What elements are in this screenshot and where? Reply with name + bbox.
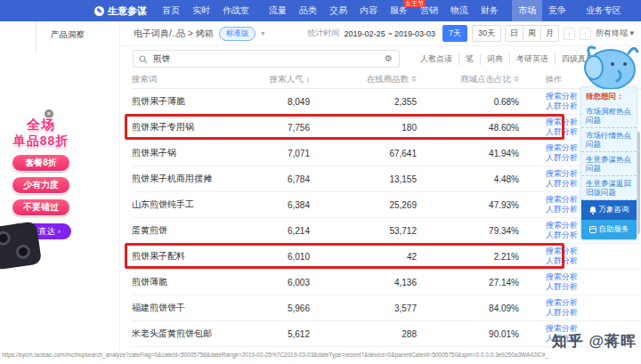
search-term-cell[interactable]: 煎饼果子配料 xyxy=(132,250,247,263)
filter-band: 电子词典/..品 > 烤箱 标准版 ▾ 统计时间 2019-02-25 ~ 20… xyxy=(121,21,641,46)
help-question-sycm-hot[interactable]: 生意参谋热点问题 xyxy=(581,152,637,176)
promo-pill-dont-miss[interactable]: 不要错过 xyxy=(12,198,70,216)
col-header-term: 搜索词 xyxy=(132,74,247,85)
range-button-week[interactable]: 周 xyxy=(523,25,541,42)
promo-banner[interactable]: 全场 单品88折 套餐8折 少有力度 不要错过 点击直达 › xyxy=(4,117,78,239)
stat-time-label: 统计时间 xyxy=(308,28,340,39)
range-button-30d[interactable]: 30天 xyxy=(472,25,501,42)
nav-item-compete[interactable]: 竞争 xyxy=(542,0,572,21)
crowd-analysis-link[interactable]: 人群分析 xyxy=(546,256,641,266)
nav-item-trade[interactable]: 交易 xyxy=(323,0,353,21)
nav-item-finance[interactable]: 财务 xyxy=(475,0,505,21)
range-button-month[interactable]: 月 xyxy=(540,25,559,42)
table-row[interactable]: 山东煎饼纯手工 6,384 25,269 47.93% 搜索分析 人群分析 xyxy=(132,192,641,218)
search-term-cell[interactable]: 煎饼果子机商用摆摊 xyxy=(132,173,247,185)
date-controls: 统计时间 2019-02-25 ~ 2019-03-03 7天 30天 日 周 … xyxy=(308,25,634,42)
nav-item-category[interactable]: 品类 xyxy=(293,0,323,21)
search-analysis-link[interactable]: 搜索分析 xyxy=(546,298,641,308)
nav-item-service[interactable]: 服务 女王节 xyxy=(384,0,414,21)
nav-item-content[interactable]: 内容 xyxy=(353,0,384,21)
promo-pill-strength[interactable]: 少有力度 xyxy=(12,176,70,194)
search-term-cell[interactable]: 煎饼果子薄脆 xyxy=(132,95,247,108)
nav-item-fetch-data[interactable]: 取数 xyxy=(635,0,641,21)
terminal-dropdown[interactable]: 所有终端 ▾ xyxy=(596,28,634,39)
nav-item-biz-zone[interactable]: 业务专区 xyxy=(580,0,628,21)
col-header-goods[interactable]: 在线商品数 xyxy=(310,74,417,85)
col-header-click-rate[interactable]: 商城点击占比 xyxy=(417,74,519,85)
online-goods-cell: 53,712 xyxy=(310,226,417,236)
crowd-analysis-link[interactable]: 人群分析 xyxy=(546,308,641,318)
bell-icon xyxy=(589,206,596,214)
table-row[interactable]: 煎饼薄脆 6,003 4,136 27.14% 搜索分析 人群分析 xyxy=(132,270,641,295)
online-goods-cell: 42 xyxy=(310,252,417,262)
online-goods-cell: 67,641 xyxy=(310,149,417,158)
table-row[interactable]: 煎饼果子机商用摆摊 6,784 13,155 4.48% 搜索分析 人群分析 xyxy=(132,166,641,192)
self-service-button[interactable]: 自助服务 xyxy=(581,220,637,239)
actions-cell: 搜索分析 人群分析 xyxy=(519,247,641,266)
col-header-popularity[interactable]: 搜索人气 ↓ xyxy=(247,74,310,85)
browser-status-bar: https://sycm.taobao.com/mc/mq/search_ana… xyxy=(0,350,641,364)
hot-word-link[interactable]: 词典 xyxy=(481,53,510,65)
help-question-market-insight[interactable]: 市场洞察热点问题 xyxy=(581,104,637,128)
hot-word-link[interactable]: 人教点读 xyxy=(414,53,459,65)
range-button-7d[interactable]: 7天 xyxy=(442,25,467,42)
chevron-down-icon[interactable]: ▾ xyxy=(261,29,264,37)
search-term-cell[interactable]: 煎饼果子锅 xyxy=(132,147,247,159)
promo-pill-discount[interactable]: 套餐8折 xyxy=(12,154,70,172)
search-term-cell[interactable]: 煎饼薄脆 xyxy=(132,276,247,288)
zhihu-watermark: 知乎 @蒋晖 xyxy=(552,331,637,352)
gear-icon[interactable]: ⚙ xyxy=(385,53,393,63)
consult-button[interactable]: 万象咨询 xyxy=(581,200,637,220)
search-box: ⚙ xyxy=(133,50,400,68)
search-term-cell[interactable]: 山东煎饼纯手工 xyxy=(132,198,247,211)
sycm-market-search-analysis-page: ✎ 生意参谋 首页 实时 作战室 流量 品类 交易 内容 服务 女王节 营销 物… xyxy=(0,0,641,364)
prev-period-button[interactable]: ‹ xyxy=(564,28,575,40)
popularity-cell: 7,756 xyxy=(247,123,310,133)
breadcrumb: 电子词典/..品 > 烤箱 标准版 ▾ xyxy=(134,27,264,41)
date-range-value: 2019-02-25 ~ 2019-03-03 xyxy=(345,29,435,38)
table-row[interactable]: 煎饼果子薄脆 8,049 2,355 0.68% 搜索分析 人群分析 xyxy=(132,89,641,115)
card-icon xyxy=(589,226,596,233)
nav-item-war-room[interactable]: 作战室 xyxy=(216,0,256,21)
search-term-cell[interactable]: 米老头蛋黄煎饼包邮 xyxy=(132,328,247,340)
version-badge[interactable]: 标准版 xyxy=(219,27,256,41)
search-term-cell[interactable]: 煎饼果子专用锅 xyxy=(132,121,247,133)
online-goods-cell: 3,577 xyxy=(310,303,417,313)
click-rate-cell: 0.68% xyxy=(417,97,519,107)
table-row[interactable]: 煎饼果子锅 7,071 67,641 41.94% 搜索分析 人群分析 xyxy=(132,141,641,166)
keyword-search-input[interactable] xyxy=(134,51,399,67)
nav-item-market-active[interactable]: 市场 xyxy=(512,0,542,21)
table-row[interactable]: 煎饼果子配料 6,010 42 2.21% 搜索分析 人群分析 xyxy=(132,244,641,270)
click-rate-cell: 2.21% xyxy=(417,252,519,262)
table-row[interactable]: 蛋黄煎饼 6,214 53,712 79.34% 搜索分析 人群分析 xyxy=(132,218,641,244)
table-row[interactable]: 福建煎饼饼干 5,966 3,577 84.09% 搜索分析 人群分析 xyxy=(132,295,641,321)
popularity-cell: 8,049 xyxy=(247,97,310,107)
status-url: https://sycm.taobao.com/mc/mq/search_ana… xyxy=(2,352,548,358)
search-term-cell[interactable]: 蛋黄煎饼 xyxy=(132,224,247,237)
sidebar-item-product-insight[interactable]: 产品洞察 xyxy=(51,29,85,41)
table-row[interactable]: 煎饼果子专用锅 7,756 180 48.60% 搜索分析 人群分析 xyxy=(132,115,641,141)
next-period-button[interactable]: › xyxy=(580,28,591,40)
crowd-analysis-link[interactable]: 人群分析 xyxy=(546,282,641,292)
breadcrumb-category[interactable]: 电子词典/..品 > 烤箱 xyxy=(134,28,214,40)
range-button-day[interactable]: 日 xyxy=(505,25,523,42)
click-rate-cell: 4.48% xyxy=(417,174,519,184)
nav-item-marketing[interactable]: 营销 xyxy=(414,0,444,21)
search-term-cell[interactable]: 福建煎饼饼干 xyxy=(132,302,247,314)
brand[interactable]: ✎ 生意参谋 xyxy=(94,4,147,18)
nav-item-realtime[interactable]: 实时 xyxy=(186,0,216,21)
col-header-click-rate-label: 商城点击占比 xyxy=(460,74,511,84)
online-goods-cell: 180 xyxy=(310,123,417,133)
col-header-goods-label: 在线商品数 xyxy=(367,74,410,84)
popularity-cell: 6,214 xyxy=(247,226,310,236)
search-analysis-link[interactable]: 搜索分析 xyxy=(546,247,641,256)
nav-item-logistics[interactable]: 物流 xyxy=(444,0,475,21)
search-analysis-link[interactable]: 搜索分析 xyxy=(546,272,641,282)
hot-word-link[interactable]: 笔 xyxy=(459,53,481,65)
help-question-market-trend[interactable]: 市场行情热点问题 xyxy=(581,128,637,152)
nav-item-traffic[interactable]: 流量 xyxy=(263,0,293,21)
help-question-old-version[interactable]: 生意参谋返回旧版问题 xyxy=(581,176,637,200)
nav-item-home[interactable]: 首页 xyxy=(156,0,186,21)
elephant-mascot[interactable] xyxy=(577,43,641,89)
hot-word-link[interactable]: 考研英语 xyxy=(510,53,556,65)
